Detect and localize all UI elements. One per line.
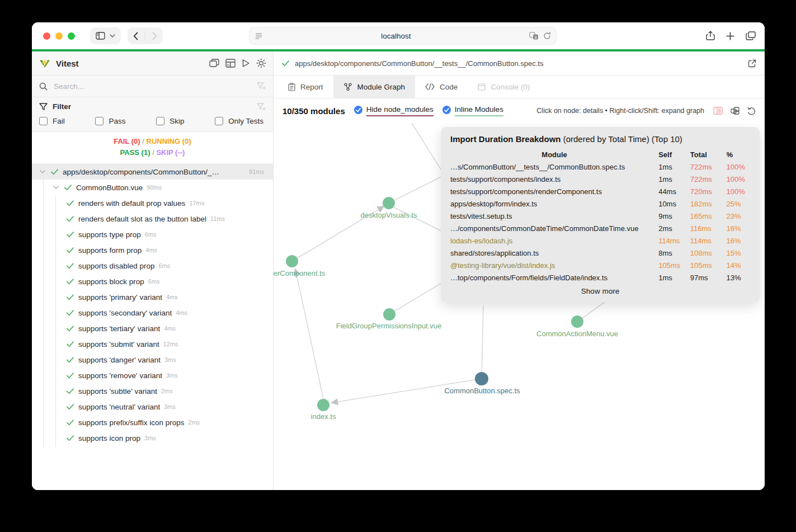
table-header-row: Module Self Total %: [450, 148, 750, 161]
share-icon[interactable]: [706, 31, 715, 41]
graph-node-rendercomponent[interactable]: [286, 255, 298, 267]
table-row: @testing-library/vue/dist/index.js105ms1…: [450, 259, 750, 271]
graph-layout-icon[interactable]: [731, 107, 740, 115]
pass-check-icon: [67, 435, 74, 441]
chevron-down-icon[interactable]: [53, 186, 59, 189]
tree-test-row[interactable]: supports 'tertiary' variant4ms: [32, 321, 273, 336]
filter-checkbox-only-tests[interactable]: Only Tests: [215, 117, 263, 125]
filter-section: Filter Fail Pass Skip Only Tests: [32, 97, 273, 132]
import-duration-table: Module Self Total % …s/CommonButton/__te…: [450, 148, 750, 284]
tree-test-row[interactable]: supports form prop4ms: [32, 242, 273, 258]
console-icon: [478, 83, 486, 91]
table-row: tests/support/components/index.ts1ms722m…: [450, 173, 750, 185]
tab-report[interactable]: Report: [278, 76, 333, 98]
tree-test-row[interactable]: supports 'primary' variant4ms: [32, 289, 273, 305]
svg-text:a: a: [535, 35, 537, 39]
file-time: 91ms: [249, 168, 264, 175]
module-graph-canvas[interactable]: desktopVisuals.ts renderComponent.ts Fie…: [274, 123, 765, 490]
pass-check-icon: [67, 420, 74, 426]
tree-test-row[interactable]: supports 'subtle' variant2ms: [32, 383, 273, 399]
tree-guide-line: [55, 195, 56, 447]
tree-test-row[interactable]: supports 'remove' variant3ms: [32, 368, 273, 383]
panel-subtitle: (ordered by Total Time) (Top 10): [563, 134, 682, 144]
graph-node-label[interactable]: FieldGroupPermissionsInput.vue: [336, 322, 442, 330]
clear-search-filter-icon[interactable]: [257, 82, 266, 90]
back-button[interactable]: [133, 32, 138, 40]
tree-test-row[interactable]: supports type prop6ms: [32, 227, 273, 242]
traffic-lights: [43, 32, 75, 40]
filter-checkbox-fail[interactable]: Fail: [39, 117, 65, 125]
search-bar[interactable]: Search...: [32, 76, 273, 97]
pass-count: PASS (1): [120, 148, 150, 157]
checkbox-icon: [215, 117, 223, 125]
graph-node-index[interactable]: [317, 399, 329, 411]
tree-test-row[interactable]: supports 'secondary' variant4ms: [32, 305, 273, 321]
filter-checkbox-skip[interactable]: Skip: [156, 117, 184, 125]
graph-node-label[interactable]: CommonButton.spec.ts: [444, 387, 520, 395]
chevron-down-icon[interactable]: [40, 170, 45, 173]
report-summary-icon[interactable]: 31: [225, 59, 235, 68]
pass-check-icon: [51, 169, 58, 175]
tab-overview-icon[interactable]: [746, 31, 756, 40]
graph-toolbar: 10/350 modules Hide node_modules Inline …: [274, 98, 765, 123]
search-input[interactable]: Search...: [54, 82, 257, 91]
clear-filters-icon[interactable]: [257, 103, 266, 111]
suite-time: 90ms: [147, 184, 162, 191]
inline-modules-checkbox[interactable]: Inline Modules: [442, 105, 503, 116]
graph-node-label[interactable]: CommonActionMenu.vue: [536, 329, 618, 338]
svg-text:31: 31: [227, 63, 230, 67]
running-count: RUNNING (0): [147, 137, 191, 145]
tab-module-graph[interactable]: Module Graph: [333, 76, 416, 98]
suite-name: CommonButton.vue: [76, 183, 143, 192]
pass-check-icon: [67, 294, 74, 300]
history-nav: [128, 27, 163, 44]
pass-check-icon: [67, 263, 74, 269]
forward-button[interactable]: [152, 32, 157, 40]
filter-checkbox-pass[interactable]: Pass: [95, 117, 125, 125]
reset-graph-icon[interactable]: [747, 107, 756, 115]
toggle-breakdown-table-icon[interactable]: [713, 107, 723, 115]
tree-file-row[interactable]: apps/desktop/components/CommonButton/_… …: [32, 164, 273, 180]
zoom-window-button[interactable]: [68, 32, 75, 40]
translate-icon[interactable]: a: [529, 32, 539, 40]
tree-test-row[interactable]: supports prefix/suffix icon props2ms: [32, 415, 273, 430]
minimize-window-button[interactable]: [55, 32, 63, 40]
theme-toggle-sun-icon[interactable]: [256, 58, 266, 68]
open-in-editor-icon[interactable]: [748, 59, 756, 68]
tab-console[interactable]: Console (0): [468, 76, 540, 98]
new-tab-icon[interactable]: [726, 32, 734, 40]
tree-suite-row[interactable]: CommonButton.vue 90ms: [32, 180, 273, 195]
pass-check-icon: [64, 185, 72, 191]
tree-test-row[interactable]: renders with default prop values17ms: [32, 195, 273, 211]
reader-view-icon[interactable]: [255, 32, 263, 40]
hide-node-modules-checkbox[interactable]: Hide node_modules: [354, 105, 434, 116]
filter-icon: [39, 103, 48, 111]
tree-test-row[interactable]: supports block prop6ms: [32, 274, 273, 289]
close-window-button[interactable]: [43, 32, 50, 40]
tree-test-row[interactable]: supports 'submit' variant12ms: [32, 336, 273, 352]
tree-test-row[interactable]: supports 'danger' variant3ms: [32, 352, 273, 368]
graph-node-label[interactable]: renderComponent.ts: [274, 269, 325, 277]
dashboard-windows-icon[interactable]: [209, 59, 219, 68]
graph-node-commonbutton-spec[interactable]: [475, 372, 488, 385]
sidebar-toggle-button[interactable]: [90, 27, 121, 44]
address-bar[interactable]: localhost a: [249, 27, 557, 45]
tree-test-row[interactable]: supports 'neutral' variant3ms: [32, 399, 273, 415]
tab-code[interactable]: Code: [415, 76, 468, 98]
run-all-icon[interactable]: [242, 59, 250, 68]
checkbox-icon: [39, 117, 48, 125]
url-text[interactable]: localhost: [263, 32, 529, 40]
reload-icon[interactable]: [543, 32, 551, 40]
graph-node-fieldgrouppermissionsinput[interactable]: [383, 308, 395, 321]
show-more-button[interactable]: Show more: [450, 284, 750, 296]
tree-test-row[interactable]: supports disabled prop6ms: [32, 258, 273, 274]
file-name: apps/desktop/components/CommonButton/_…: [63, 168, 219, 176]
tree-test-row[interactable]: supports icon prop3ms: [32, 430, 273, 446]
graph-node-label[interactable]: index.ts: [311, 412, 336, 421]
tree-test-row[interactable]: renders default slot as the button label…: [32, 211, 273, 227]
graph-node-desktopvisuals[interactable]: [383, 197, 395, 209]
graph-node-commonactionmenu[interactable]: [571, 316, 583, 328]
checkbox-icon: [95, 117, 103, 125]
module-graph-icon: [343, 83, 352, 91]
graph-node-label[interactable]: desktopVisuals.ts: [361, 211, 417, 219]
